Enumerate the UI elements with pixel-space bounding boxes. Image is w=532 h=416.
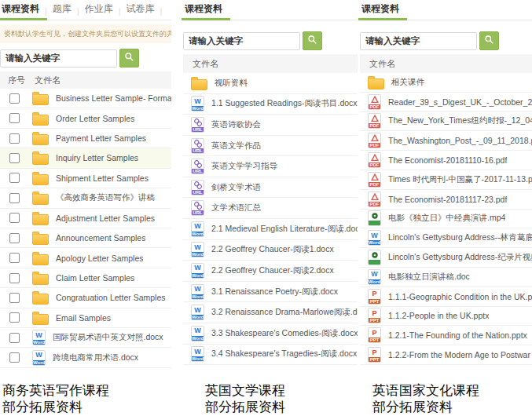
row-checkbox[interactable] (9, 293, 20, 303)
file-row[interactable]: 相关课件 (360, 73, 532, 93)
file-row[interactable]: PDFTimes 时代周刊-中国赢了-2017-11-13.pdf (360, 170, 532, 190)
search-button[interactable] (303, 31, 322, 50)
tab-question-bank[interactable]: 题库 (51, 2, 73, 20)
row-checkbox[interactable] (9, 153, 20, 163)
tab-course-materials[interactable]: 课程资料 (183, 2, 224, 20)
file-row[interactable]: PDFThe Economist-20181117-23.pdf (360, 190, 532, 210)
pdf-strip-label: PDF (369, 162, 380, 167)
file-row[interactable]: Lincoln's Gettysburg Address-纪录片视频-搜狐视频.… (360, 248, 532, 268)
row-checkbox[interactable] (9, 173, 20, 183)
row-checkbox[interactable] (9, 273, 20, 283)
tab-homework-bank[interactable]: 作业库 (83, 2, 115, 20)
column-header: 序号 (8, 75, 33, 86)
url-strip-label: URL (192, 190, 204, 195)
file-row[interactable]: WWord2.1 Medieval English Literature-阅读.… (183, 219, 358, 240)
file-name: Inquiry Letter Samples (56, 153, 138, 162)
file-row[interactable]: PPPT1.2.1-The Founding of the Nation.ppt… (360, 326, 532, 345)
file-row[interactable]: PDFThe_Washington_Post_-_09_11_2018.pdf (360, 131, 532, 151)
file-row[interactable]: Announcement Samples (0, 228, 171, 248)
video-glyph (369, 250, 380, 260)
file-row[interactable]: PDFReader_39_s_Digest_UK_-_October_2018.… (360, 93, 532, 112)
file-row[interactable]: WWord2.2 Geoffrey Chaucer-阅读1.docx (183, 240, 358, 261)
row-checkbox[interactable] (9, 352, 20, 363)
file-row[interactable]: WWord跨境电商常用术语.docx (0, 348, 171, 367)
file-row[interactable]: WWord3.2 Renaissance Drama-Marlowe阅读.doc… (183, 302, 358, 323)
row-checkbox[interactable] (9, 333, 20, 343)
file-row[interactable]: URL英语文学学习指导 (183, 156, 358, 177)
folder-icon (32, 254, 49, 265)
word-glyph: W (192, 347, 204, 356)
word-file-icon: WWord (191, 221, 204, 237)
file-name: Claim Letter Samples (56, 273, 134, 283)
file-row[interactable]: Order Letter Samples (0, 108, 171, 128)
file-row[interactable]: URL剑桥文学术语 (183, 177, 358, 199)
file-row[interactable]: WWord3.3 Shakespeare's Comedies-阅读.docx (183, 323, 358, 345)
file-name: 英语文学作品 (211, 140, 261, 151)
file-name: Business Letter Sample- Format (56, 93, 171, 103)
row-checkbox[interactable] (9, 93, 20, 104)
file-row[interactable]: WWord3.4 Shakespeare's Tragedies-阅读.docx (183, 345, 358, 366)
search-icon (307, 35, 317, 47)
file-row[interactable]: Congratuation Letter Samples (0, 288, 171, 308)
folder-icon (32, 134, 49, 145)
row-checkbox[interactable] (9, 213, 20, 223)
row-checkbox[interactable] (9, 253, 20, 263)
word-glyph: W (192, 327, 204, 336)
tab-exam-paper-bank[interactable]: 试卷库 (125, 2, 156, 20)
file-row[interactable]: 电影《独立日》中经典演讲.mp4 (360, 210, 532, 229)
caption-line: 部分拓展资料 (2, 399, 171, 415)
tab-course-materials[interactable]: 课程资料 (360, 2, 401, 20)
file-row[interactable]: 视听资料 (183, 73, 358, 94)
file-row[interactable]: WWord1.1 Suggested Readings-阅读书目.docx (183, 94, 358, 115)
file-row[interactable]: URL英语诗歌协会 (183, 115, 358, 136)
file-name: 文学术语汇总 (211, 203, 261, 213)
word-glyph: W (192, 222, 204, 232)
file-row[interactable]: Apology Letter Samples (0, 248, 171, 268)
file-row[interactable]: URL英语文学作品 (183, 136, 358, 157)
file-row[interactable]: Business Letter Sample- Format (0, 89, 171, 108)
row-checkbox[interactable] (9, 113, 20, 123)
row-checkbox[interactable] (9, 133, 20, 144)
file-name: 3.3 Shakespeare's Comedies-阅读.docx (211, 328, 358, 339)
file-row[interactable]: WWord电影独立日演讲稿.doc (360, 268, 532, 287)
tab-course-materials[interactable]: 课程资料 (0, 2, 41, 20)
search-input[interactable] (183, 32, 300, 50)
pdf-glyph (369, 153, 380, 162)
file-row[interactable]: URL文学术语汇总 (183, 198, 358, 219)
file-row[interactable]: WWordLincoln's Gettysburg Address--林肯葛底斯… (360, 228, 532, 248)
file-row[interactable]: Payment Letter Samples (0, 129, 171, 148)
file-row[interactable]: 《高效商务英语写作》讲稿 (0, 188, 171, 208)
file-row[interactable]: PPPT1.1.1-Geographic Condition in the UK… (360, 287, 532, 307)
word-strip-label: Word (192, 356, 204, 361)
folder-icon (368, 78, 384, 89)
search-button[interactable] (119, 49, 139, 68)
search-button[interactable] (479, 31, 499, 50)
row-checkbox[interactable] (9, 193, 20, 203)
file-row[interactable]: Inquiry Letter Samples (0, 148, 171, 168)
file-row[interactable]: PPPT1.1.2-People in the UK.pptx (360, 307, 532, 327)
file-name: 1.1 Suggested Readings-阅读书目.docx (211, 98, 358, 109)
search-input[interactable] (0, 49, 117, 68)
ppt-file-icon: PPPT (368, 289, 381, 305)
file-row[interactable]: WWord2.2 Geoffrey Chaucer-阅读2.docx (183, 261, 358, 282)
file-row[interactable]: Adjustment Letter Samples (0, 209, 171, 228)
row-checkbox[interactable] (9, 312, 20, 323)
file-row[interactable]: WWord3.1 Renaissance Poetry-阅读.docx (183, 282, 358, 303)
file-name: Email Samples (56, 313, 111, 323)
pdf-file-icon: PDF (368, 94, 381, 110)
file-name: 跨境电商常用术语.docx (53, 352, 138, 363)
word-file-icon: WWord (191, 263, 204, 279)
file-row[interactable]: Claim Letter Samples (0, 268, 171, 288)
word-file-icon: WWord (191, 305, 204, 320)
file-row[interactable]: PPPT1.2.2-From the Modern Age to Postwar… (360, 345, 532, 365)
file-row[interactable]: WWord国际贸易术语中英文对照.docx (0, 328, 171, 348)
word-file-icon: WWord (191, 346, 204, 362)
file-name: The_New_York_Times纽约时报-_12_04_2019.pdf (388, 115, 532, 126)
search-input[interactable] (360, 32, 477, 50)
file-row[interactable]: Email Samples (0, 308, 171, 328)
file-row[interactable]: PDFThe Economist-20181110-16.pdf (360, 151, 532, 170)
row-checkbox[interactable] (9, 233, 20, 243)
ppt-strip-label: PPT (369, 299, 380, 304)
file-row[interactable]: PDFThe_New_York_Times纽约时报-_12_04_2019.pd… (360, 112, 532, 132)
file-row[interactable]: Shipment Letter Samples (0, 169, 171, 188)
